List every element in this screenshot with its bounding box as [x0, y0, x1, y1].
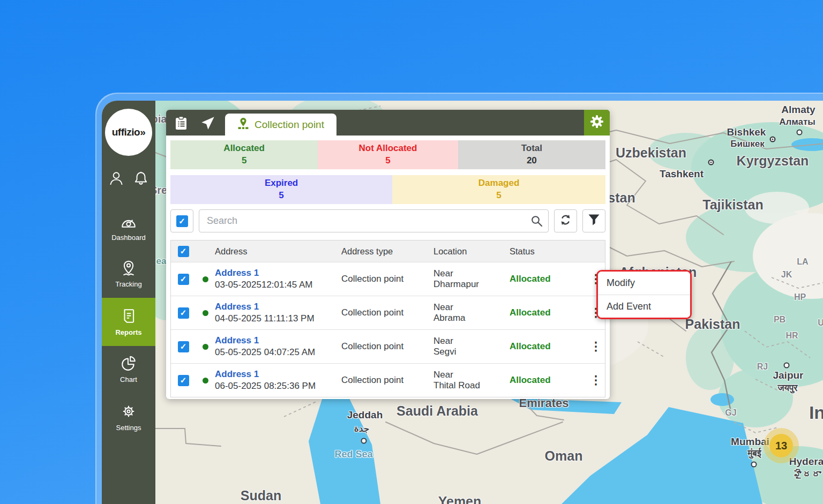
status-badge: Allocated — [510, 341, 586, 352]
location-line2: Dharmapur — [433, 279, 510, 290]
map-label-country: Tajikistan — [702, 197, 763, 213]
status-dot — [203, 378, 208, 383]
stat-value: 5 — [242, 155, 246, 167]
navigation-arrow-icon[interactable] — [200, 116, 215, 133]
sidebar-item-label: Settings — [116, 424, 141, 432]
table-header-row: ✓ Address Address type Location Status — [171, 240, 605, 262]
sidebar-item-label: Tracking — [115, 280, 141, 288]
refresh-button[interactable] — [554, 209, 577, 232]
sidebar-item-dashboard[interactable]: Dashboard — [102, 208, 155, 247]
panel-settings-button[interactable] — [584, 110, 610, 136]
status-dot — [203, 276, 208, 282]
tab-label: Collection point — [255, 119, 324, 131]
address-link[interactable]: Address 1 — [215, 335, 341, 346]
address-link[interactable]: Address 1 — [215, 268, 341, 279]
table-row[interactable]: ✓ Address 1 03-05-202512:01:45 AM Collec… — [171, 262, 605, 296]
settings-gear-icon — [121, 403, 137, 421]
sidebar-item-reports[interactable]: Reports — [102, 298, 155, 346]
row-checkbox[interactable]: ✓ — [178, 274, 189, 285]
context-menu-item-add-event[interactable]: Add Event — [598, 295, 690, 318]
row-checkbox[interactable]: ✓ — [178, 341, 189, 352]
location-line2: Segvi — [433, 347, 510, 357]
panel-toolbar: Collection point — [166, 110, 610, 136]
sidebar-nav: Dashboard Tracking — [102, 208, 155, 437]
map-label-country: Yemen — [438, 494, 482, 504]
context-menu-item-modify[interactable]: Modify — [598, 272, 690, 295]
row-actions-kebab-icon[interactable]: ⋮ — [586, 343, 606, 350]
map-label-state: RJ — [757, 362, 768, 372]
map-label-city: Almaty — [781, 104, 815, 116]
table-row[interactable]: ✓ Address 1 04-05-2025 11:11:13 PM Colle… — [171, 296, 605, 329]
filter-button[interactable] — [582, 209, 605, 232]
pie-chart-icon — [121, 355, 137, 373]
collection-point-table: ✓ Address Address type Location Status ✓… — [170, 240, 605, 397]
map-label-cut: Sre — [155, 184, 167, 197]
column-header-location[interactable]: Location — [433, 246, 510, 257]
map-label-city: Jaipur — [773, 370, 803, 381]
map-label-state: LA — [797, 257, 808, 267]
table-row[interactable]: ✓ Address 1 06-05-2025 08:25:36 PM Colle… — [171, 363, 605, 397]
sidebar-item-chart[interactable]: Chart — [102, 349, 155, 389]
sidebar-item-settings[interactable]: Settings — [102, 397, 155, 437]
city-marker-almaty — [797, 130, 803, 136]
stat-expired[interactable]: Expired 5 — [170, 175, 392, 204]
row-context-menu: Modify Add Event — [596, 270, 692, 319]
collection-point-panel: Collection point Allocated — [166, 110, 610, 399]
tab-collection-point[interactable]: Collection point — [225, 114, 336, 136]
header-select-all-checkbox[interactable]: ✓ — [178, 246, 189, 257]
sidebar-item-label: Chart — [120, 375, 137, 383]
search-input[interactable] — [199, 209, 549, 232]
stat-total[interactable]: Total 20 — [458, 140, 605, 169]
location-line1: Near — [433, 268, 510, 279]
row-checkbox[interactable]: ✓ — [178, 375, 189, 386]
sidebar-item-tracking[interactable]: Tracking — [102, 254, 155, 294]
address-datetime: 05-05-2025 04:07:25 AM — [215, 347, 341, 358]
stat-value: 5 — [385, 155, 390, 167]
map-label-state: GJ — [725, 408, 736, 418]
select-all-checkbox[interactable]: ✓ — [176, 215, 188, 227]
user-icon[interactable] — [108, 170, 124, 189]
stat-allocated[interactable]: Allocated 5 — [170, 140, 318, 169]
stat-value: 20 — [527, 155, 537, 167]
location-line2: Abrama — [433, 313, 510, 324]
map-pin-icon — [121, 260, 137, 277]
stat-not-allocated[interactable]: Not Allocated 5 — [318, 140, 458, 169]
location-line2: Thital Road — [433, 380, 510, 391]
address-link[interactable]: Address 1 — [215, 302, 341, 312]
address-link[interactable]: Address 1 — [215, 369, 341, 380]
row-checkbox[interactable]: ✓ — [178, 307, 189, 319]
location-line1: Near — [433, 336, 510, 347]
row-actions-kebab-icon[interactable]: ⋮ — [586, 377, 606, 384]
column-header-address[interactable]: Address — [215, 246, 341, 257]
sidebar: uffizio» — [102, 101, 155, 504]
search-icon[interactable] — [530, 215, 543, 229]
map-label-country: Saudi Arabia — [396, 403, 478, 419]
map-label-country: Uzbekistan — [616, 145, 686, 161]
map-label-city-native-cut: హైదరా — [794, 469, 821, 480]
stat-label: Allocated — [223, 142, 265, 155]
clipboard-list-icon[interactable] — [174, 116, 188, 132]
refresh-icon — [559, 213, 572, 229]
select-all-toggle[interactable]: ✓ — [170, 209, 193, 232]
stats-summary: Allocated 5 Not Allocated 5 Total 20 Exp… — [170, 140, 605, 204]
cluster-count: 13 — [769, 434, 793, 457]
status-dot — [203, 310, 208, 316]
location-line1: Near — [433, 370, 510, 380]
map-label-city-native: Бишкек — [730, 139, 764, 149]
location-line1: Near — [433, 302, 510, 313]
table-row[interactable]: ✓ Address 1 05-05-2025 04:07:25 AM Colle… — [171, 329, 605, 363]
sidebar-item-label: Dashboard — [111, 234, 146, 242]
city-marker-mumbai — [751, 462, 757, 468]
address-type-cell: Collection point — [341, 307, 433, 318]
stat-damaged[interactable]: Damaged 5 — [392, 175, 605, 204]
report-document-icon — [121, 308, 137, 326]
map-label-state: HP — [794, 292, 806, 302]
column-header-status[interactable]: Status — [510, 246, 586, 257]
map-label-city: Tashkent — [660, 168, 704, 180]
stat-label: Not Allocated — [359, 142, 417, 155]
map-label-city-native: जयपुर — [778, 383, 798, 394]
column-header-address-type[interactable]: Address type — [341, 246, 433, 257]
map-cluster[interactable]: 13 — [764, 428, 799, 463]
notification-bell-icon[interactable] — [133, 170, 149, 189]
status-dot — [203, 344, 208, 350]
